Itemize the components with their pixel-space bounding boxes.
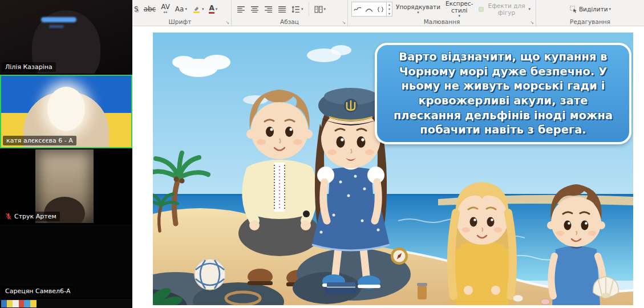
line-spacing-button[interactable]: ▾	[290, 5, 305, 14]
paragraph-group-label: Абзац	[280, 18, 299, 25]
shapes-gallery: ▴ ▾ ▾	[351, 2, 392, 17]
columns-icon	[314, 6, 323, 13]
jar	[417, 283, 427, 299]
ribbon-group-editing: Виділити▾ Редагування	[536, 0, 644, 26]
braces-icon	[376, 6, 384, 13]
ribbon-group-drawing: ▴ ▾ ▾ Упорядкувати▾ Експрес-стилі▾ Ефект…	[348, 0, 536, 26]
ribbon-group-paragraph: ▾ ▾ Абзац ↘	[232, 0, 348, 26]
chevron-down-icon: ▾	[609, 7, 611, 11]
chevron-down-icon: ▾	[301, 7, 303, 11]
character-spacing-button[interactable]: AV↔	[159, 2, 172, 16]
drawing-dialog-launcher-icon[interactable]: ↘	[530, 21, 534, 25]
slide-canvas[interactable]: Варто відзначити, що купання в Чорному м…	[153, 33, 633, 305]
participant-name: Лілія Казаріна	[5, 63, 52, 71]
glasses-glare	[49, 25, 64, 28]
participant-face-glow	[47, 87, 85, 131]
quick-styles-button[interactable]: Експрес-стилі▾	[444, 0, 475, 17]
chevron-down-icon: ▾	[216, 7, 218, 11]
participant-name: катя алєксєєва 6 - А	[6, 137, 73, 144]
scribble-shape-button[interactable]	[352, 2, 363, 16]
select-button[interactable]: Виділити▾	[568, 5, 613, 14]
shape-effects-label: Ефекти для фігур	[486, 2, 528, 16]
beach-ball	[195, 259, 225, 290]
editing-group-label: Редагування	[570, 18, 610, 25]
align-center-button[interactable]	[249, 5, 261, 14]
align-center-icon	[250, 6, 259, 13]
compass	[391, 248, 408, 265]
muted-mic-icon	[5, 213, 12, 220]
paragraph-dialog-launcher-icon[interactable]: ↘	[342, 21, 346, 25]
video-tile[interactable]: Сарецян Самвел6-А	[0, 224, 132, 298]
align-left-icon	[237, 6, 245, 13]
arrange-button[interactable]: Упорядкувати▾	[394, 2, 442, 16]
shape-effects-button[interactable]: Ефекти для фігур▾	[476, 1, 532, 17]
gallery-more-icon[interactable]: ▾	[387, 11, 392, 16]
scribble-icon	[354, 6, 362, 13]
participant-name-tag: катя алєксєєва 6 - А	[3, 136, 76, 145]
participant-name: Сарецян Самвел6-А	[5, 287, 70, 295]
participants-panel: Лілія Казаріна катя алєксєєва 6 - А Стру…	[0, 0, 132, 308]
chevron-down-icon: ▾	[202, 7, 204, 11]
chevron-down-icon: ▾	[417, 10, 419, 15]
strikethrough-label: abc	[144, 6, 156, 13]
video-tile[interactable]: Струк Артем	[0, 149, 132, 223]
arc-shape-button[interactable]	[363, 2, 375, 16]
arc-icon	[365, 6, 373, 13]
participant-name-tag: Струк Артем	[2, 212, 60, 221]
change-case-label: Aa	[175, 6, 184, 13]
shape-effects-icon	[478, 6, 484, 13]
drawing-group-label: Малювання	[424, 18, 460, 25]
arrange-label: Упорядкувати	[396, 3, 440, 10]
chevron-down-icon: ▾	[528, 7, 530, 11]
books-stack	[325, 282, 357, 294]
speech-bubble-text: Варто відзначити, що купання в Чорному м…	[386, 50, 620, 137]
braces-shape-button[interactable]	[375, 2, 386, 16]
speech-bubble-textbox[interactable]: Варто відзначити, що купання в Чорному м…	[375, 43, 631, 144]
participant-name: Струк Артем	[14, 213, 56, 220]
strikethrough-button[interactable]: abc	[142, 5, 158, 14]
text-highlight-button[interactable]: ▾	[191, 5, 206, 14]
shapes-gallery-scroll: ▴ ▾ ▾	[386, 2, 392, 16]
font-group-label: Шрифт	[169, 18, 192, 25]
select-label: Виділити	[579, 6, 608, 13]
select-icon	[569, 6, 578, 13]
quick-styles-label: Експрес-стилі	[445, 0, 473, 14]
chevron-down-icon: ▾	[185, 7, 187, 11]
video-tile[interactable]: Лілія Казаріна	[0, 0, 132, 74]
justify-button[interactable]	[276, 5, 288, 14]
change-case-button[interactable]: Aa▾	[173, 5, 189, 14]
gallery-up-icon[interactable]: ▴	[387, 2, 392, 7]
separator	[309, 3, 309, 15]
line-spacing-icon	[291, 6, 300, 13]
glasses-glare	[41, 17, 76, 22]
spacing-arrows-icon: ↔	[164, 10, 168, 15]
slide-editing-area[interactable]: Варто відзначити, що купання в Чорному м…	[132, 26, 644, 308]
align-right-button[interactable]	[262, 5, 274, 14]
video-tile-active-speaker[interactable]: катя алєксєєва 6 - А	[0, 75, 132, 148]
font-dialog-launcher-icon[interactable]: ↘	[225, 21, 229, 25]
girl-blonde	[449, 182, 516, 305]
chevron-down-icon: ▾	[324, 7, 326, 11]
text-shadow-button[interactable]: S	[132, 5, 140, 14]
participant-name-tag: Лілія Казаріна	[2, 62, 56, 72]
video-tile-partial[interactable]	[0, 299, 132, 308]
participant-name-tag: Сарецян Самвел6-А	[2, 286, 74, 296]
highlighter-icon	[192, 6, 201, 13]
font-color-label: A	[209, 5, 214, 14]
font-color-button[interactable]: A▾	[207, 3, 219, 15]
ribbon-group-font: S abc AV↔ Aa▾ ▾ A▾ Шрифт ↘	[129, 0, 232, 26]
text-shadow-label: S	[134, 6, 139, 13]
align-left-button[interactable]	[235, 5, 247, 14]
shared-image-thumbnail	[1, 300, 37, 307]
columns-button[interactable]: ▾	[313, 5, 328, 14]
justify-icon	[278, 6, 286, 13]
gallery-down-icon[interactable]: ▾	[387, 7, 392, 11]
align-right-icon	[264, 6, 273, 13]
